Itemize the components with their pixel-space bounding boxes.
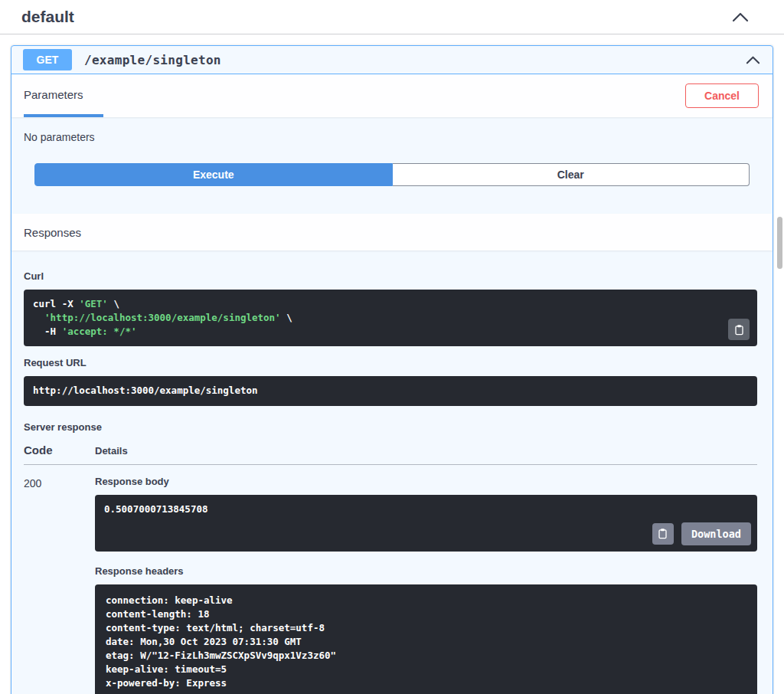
clipboard-icon [657,528,668,539]
parameters-section-header: Parameters Cancel [11,74,773,117]
section-default-header[interactable]: default [0,0,784,34]
code-column-header: Code [24,444,95,457]
response-body-block: 0.5007000713845708 Download [95,495,757,552]
server-response-label: Server response [24,421,757,433]
clipboard-icon [733,324,745,336]
status-code: 200 [24,476,95,694]
response-body-label: Response body [95,476,757,487]
request-url-block: http://localhost:3000/example/singleton [24,376,757,405]
request-url-value: http://localhost:3000/example/singleton [33,384,748,398]
swagger-page: default GET /example/singleton Parameter… [0,0,784,694]
tab-parameters[interactable]: Parameters [24,74,103,117]
response-headers-block: connection: keep-alive content-length: 1… [95,584,757,694]
responses-title: Responses [24,226,81,239]
response-row: 200 Response body 0.5007000713845708 [24,465,757,694]
section-collapse-button[interactable] [730,11,750,24]
tab-parameters-label: Parameters [24,88,83,101]
copy-response-button[interactable] [652,523,674,545]
response-table-header: Code Details [24,444,757,465]
cancel-button[interactable]: Cancel [685,83,759,108]
request-url-label: Request URL [24,357,757,368]
response-headers-text: connection: keep-alive content-length: 1… [106,594,748,691]
opblock-get-example-singleton: GET /example/singleton Parameters Cancel… [11,45,773,694]
response-body-value: 0.5007000713845708 [104,502,748,516]
response-details: Response body 0.5007000713845708 Downloa… [95,476,757,694]
no-parameters-text: No parameters [11,117,773,163]
http-method-badge: GET [23,49,72,70]
chevron-up-icon [746,56,760,64]
operation-summary[interactable]: GET /example/singleton [11,46,773,74]
download-button[interactable]: Download [681,522,751,545]
operation-path: /example/singleton [84,53,221,67]
clear-button[interactable]: Clear [393,163,750,186]
responses-section-header: Responses [11,214,773,250]
section-title: default [21,8,74,26]
response-body-actions: Download [652,522,751,545]
response-headers-label: Response headers [95,565,757,577]
operation-collapse-button[interactable] [744,54,762,66]
copy-curl-button[interactable] [728,319,750,340]
curl-block: curl -X 'GET' \ 'http://localhost:3000/e… [24,290,757,346]
responses-content: Curl curl -X 'GET' \ 'http://localhost:3… [11,250,773,694]
scrollbar-thumb[interactable] [777,217,782,269]
curl-command-text: curl -X 'GET' \ 'http://localhost:3000/e… [33,297,711,339]
details-column-header: Details [95,445,128,457]
execute-button-group: Execute Clear [11,163,773,214]
execute-button[interactable]: Execute [34,163,393,186]
chevron-up-icon [732,12,749,22]
curl-label: Curl [24,270,757,282]
